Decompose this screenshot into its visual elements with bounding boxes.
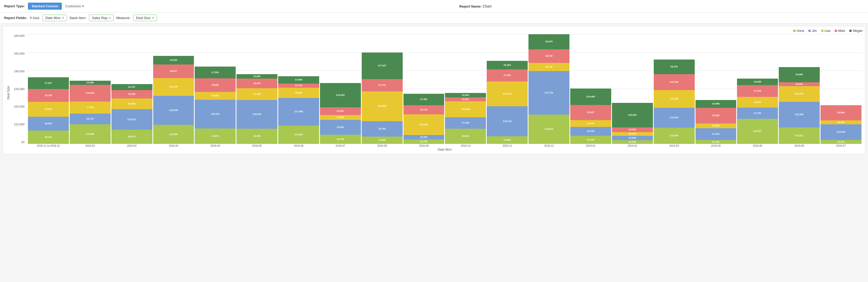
measure-dropdown[interactable]: Deal Size ▾ bbox=[133, 15, 157, 21]
customize-button[interactable]: Customize ▾ bbox=[65, 4, 84, 8]
bar-segment-label: £9,661 bbox=[462, 135, 469, 138]
bar-segment-anna: £4,866 bbox=[487, 136, 528, 144]
bar-segment-anna: £10,262 bbox=[654, 128, 695, 144]
legend-item-lisa: Lisa bbox=[821, 29, 830, 33]
bar-segment-label: £15,917 bbox=[753, 130, 762, 133]
bar-segment-label: £3,006 bbox=[629, 129, 636, 131]
chevron-down-icon: ▾ bbox=[109, 16, 111, 20]
bar-segment-label: £8,431 bbox=[45, 136, 52, 139]
x-axis-tick: 2019-03 bbox=[654, 144, 695, 147]
bar-segment-label: £6,813 bbox=[754, 101, 761, 104]
top-bar: Report Type: Stacked Column Customize ▾ … bbox=[0, 0, 868, 12]
bar-segment-label: £10,511 bbox=[795, 135, 804, 137]
bar-segment-anna: £12,083 bbox=[153, 125, 194, 144]
bar-segment-label: £13,211 bbox=[128, 118, 136, 121]
bar-segment-label: £7,630 bbox=[504, 74, 511, 77]
bar-segment-label: £3,757 bbox=[128, 86, 135, 88]
bar-segment-label: £10,033 bbox=[837, 131, 845, 134]
bar-segment-mark: £5,744 bbox=[403, 105, 444, 114]
bar-segment-anna: £15,917 bbox=[737, 119, 778, 144]
x-axis-tick: 2018-04 bbox=[195, 144, 236, 147]
bar-group: £2,425£7,546£2,984£9,953£4,998 bbox=[695, 34, 737, 144]
bar-segment-anna: £8,431 bbox=[28, 131, 69, 144]
bar-segment-anna: £5,766 bbox=[320, 135, 361, 144]
bar-segment-jim: £13,211 bbox=[112, 109, 152, 130]
bar-segment-label: £5,183 bbox=[587, 139, 594, 141]
bar-segment-label: £7,706 bbox=[87, 106, 94, 109]
bar-segment-label: £18,670 bbox=[545, 128, 553, 131]
chart-plot: £8,431£8,900£9,427£8,195£7,527£12,555£6,… bbox=[27, 34, 863, 151]
bar-segment-label: £5,703 bbox=[587, 130, 594, 133]
report-type-button[interactable]: Stacked Column bbox=[28, 3, 62, 10]
bar-segment-jim: £17,686 bbox=[278, 98, 319, 125]
bar-segment-megan: £5,453 bbox=[487, 61, 528, 69]
bar-segment-jim: £9,762 bbox=[362, 121, 403, 137]
bar-segment-label: £15,754 bbox=[503, 93, 512, 95]
stack-item-dropdown[interactable]: Sales Rep ▾ bbox=[89, 15, 114, 21]
bar-group: £10,511£16,340£10,033£2,434£9,606 bbox=[779, 34, 820, 144]
x-axis-tick: 2018-08 bbox=[362, 144, 403, 147]
bar-segment-label: £8,652 bbox=[212, 84, 219, 86]
bar-segment-lisa: £10,033 bbox=[779, 86, 820, 102]
bar-segment-label: £9,427 bbox=[45, 108, 52, 111]
bar-segment-label: £9,874 bbox=[212, 135, 219, 138]
bar-segment-lisa: £2,946 bbox=[320, 115, 361, 120]
chevron-down-icon: ▾ bbox=[152, 16, 154, 20]
bar-segment-anna: £2,425 bbox=[695, 140, 737, 144]
x-axis-tick: 2018-05 bbox=[237, 144, 277, 147]
legend-item-mark: Mark bbox=[835, 29, 845, 33]
bar-segment-label: £9,762 bbox=[378, 128, 386, 130]
bar-segment-lisa: £2,434 bbox=[820, 120, 862, 124]
x-axis-dropdown[interactable]: Date Won ▾ bbox=[42, 15, 67, 21]
bar-segment-mark: £10,663 bbox=[70, 85, 111, 102]
y-axis-labels: £0£10,000£20,000£30,000£40,000£50,000£60… bbox=[11, 34, 26, 144]
x-axis-tick: 2019-07 bbox=[820, 144, 862, 147]
bar-group: £9,874£18,241£5,055£8,652£7,554 bbox=[195, 34, 236, 144]
report-type-label: Report Type: bbox=[4, 4, 25, 8]
bar-segment-megan: £4,089 bbox=[737, 79, 778, 85]
bar-segment-label: £4,294 bbox=[587, 122, 594, 125]
bar-segment-label: £4,998 bbox=[712, 103, 719, 105]
bar-segment-label: £15,594 bbox=[628, 114, 637, 116]
bar-segment-label: £7,429 bbox=[253, 93, 261, 95]
bar-segment-jim: £7,192 bbox=[737, 108, 778, 119]
x-axis-tick: 2018-01 bbox=[70, 144, 111, 147]
x-axis-title: Date Won bbox=[27, 148, 863, 151]
bar-segment-label: £2,946 bbox=[337, 116, 344, 119]
y-axis-tick: £50,000 bbox=[11, 52, 25, 55]
report-name-label: Report Name: bbox=[459, 4, 482, 8]
y-axis-tick: £30,000 bbox=[11, 87, 25, 91]
bar-group: £2,404£2,846£2,255£3,006£15,594 bbox=[612, 34, 653, 144]
bar-segment-mark: £7,630 bbox=[487, 69, 528, 82]
bar-segment-label: £6,094 bbox=[253, 82, 261, 85]
bar-segment-label: £7,192 bbox=[754, 112, 761, 115]
bar-segment-label: £2,863 bbox=[462, 94, 469, 96]
bar-group: £5,766£9,552£2,946£5,061£15,420 bbox=[320, 34, 361, 144]
legend-item-megan: Megan bbox=[849, 29, 863, 33]
x-axis-tick: 2018-09 bbox=[403, 144, 444, 147]
bar-segment-megan: £5,563 bbox=[153, 56, 194, 64]
legend-label-anna: Anna bbox=[797, 29, 804, 33]
bar-segment-label: £18,538 bbox=[169, 109, 178, 112]
bar-segment-label: £5,061 bbox=[337, 110, 344, 113]
bar-segment-megan: £15,594 bbox=[612, 103, 653, 128]
bar-segment-anna: £2,799 bbox=[403, 139, 444, 144]
bar-group: £5,183£5,703£4,294£9,647£10,480 bbox=[570, 34, 611, 144]
bar-segment-label: £2,846 bbox=[629, 137, 636, 139]
bar-segment-jim: £18,241 bbox=[195, 100, 236, 129]
report-name-section: Report Name: Chart bbox=[87, 4, 864, 8]
bar-segment-label: £8,900 bbox=[45, 122, 52, 125]
bar-segment-label: £5,563 bbox=[170, 59, 177, 62]
legend-dot-jim bbox=[808, 29, 811, 32]
bar-segment-lisa: £6,806 bbox=[112, 98, 152, 109]
bar-segment-megan: £2,863 bbox=[445, 93, 486, 97]
bar-segment-lisa: £15,754 bbox=[487, 82, 528, 106]
legend-item-anna: Anna bbox=[793, 29, 804, 33]
bar-segment-label: £5,766 bbox=[337, 138, 344, 141]
bar-group: £9,661£7,246£10,208£2,501£2,863 bbox=[445, 34, 486, 144]
bar-segment-jim: £10,033 bbox=[820, 124, 862, 140]
bar-segment-jim: £12,616 bbox=[654, 108, 695, 128]
bar-segment-lisa: £10,208 bbox=[445, 101, 486, 117]
bar-segment-mark: £2,741 bbox=[278, 84, 319, 88]
bar-segment-megan: £7,527 bbox=[28, 77, 69, 89]
